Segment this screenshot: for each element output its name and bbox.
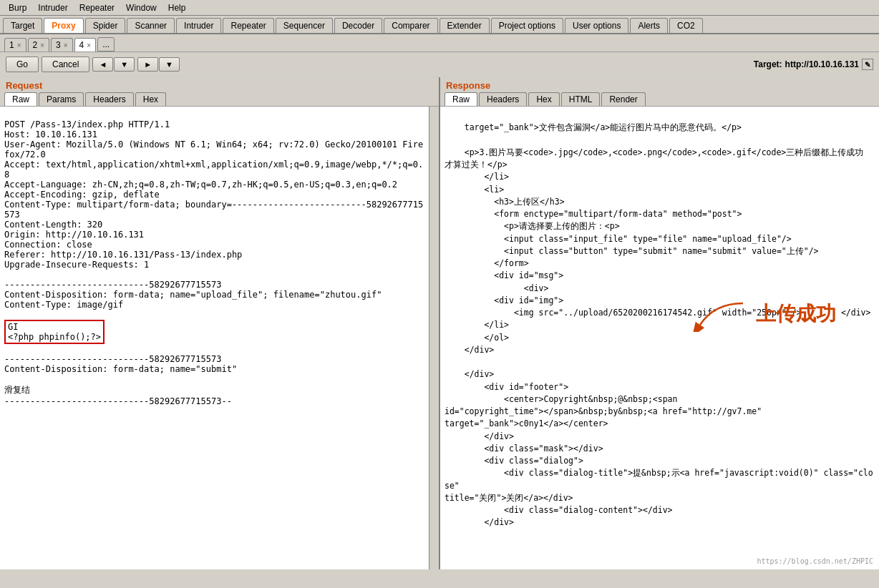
sub-tab-2[interactable]: 2 × bbox=[28, 38, 50, 52]
menu-burp[interactable]: Burp bbox=[3, 1, 32, 14]
back-button[interactable]: ◄ bbox=[92, 57, 113, 72]
response-tab-hex[interactable]: Hex bbox=[528, 92, 559, 106]
sub-tab-1[interactable]: 1 × bbox=[4, 38, 26, 52]
forward-button[interactable]: ► bbox=[137, 57, 158, 72]
tab-extender[interactable]: Extender bbox=[440, 18, 490, 33]
sub-tab-more[interactable]: ... bbox=[97, 37, 115, 52]
request-tab-hex[interactable]: Hex bbox=[135, 92, 166, 106]
tab-target[interactable]: Target bbox=[3, 18, 42, 33]
menu-intruder[interactable]: Intruder bbox=[32, 1, 73, 14]
close-tab-2-icon[interactable]: × bbox=[40, 41, 44, 49]
request-tabs: Raw Params Headers Hex bbox=[0, 92, 439, 107]
response-tab-raw[interactable]: Raw bbox=[445, 92, 477, 106]
target-edit-icon[interactable]: ✎ bbox=[862, 59, 873, 70]
sub-tab-3[interactable]: 3 × bbox=[51, 38, 73, 52]
tab-alerts[interactable]: Alerts bbox=[630, 18, 668, 33]
tab-intruder[interactable]: Intruder bbox=[176, 18, 221, 33]
close-tab-1-icon[interactable]: × bbox=[17, 41, 21, 49]
content-area: Request Raw Params Headers Hex POST /Pas… bbox=[0, 77, 879, 569]
target-value: http://10.10.16.131 bbox=[785, 59, 859, 69]
request-tab-headers[interactable]: Headers bbox=[85, 92, 133, 106]
response-tab-html[interactable]: HTML bbox=[561, 92, 601, 106]
close-tab-4-icon[interactable]: × bbox=[87, 41, 91, 49]
request-title: Request bbox=[0, 77, 439, 92]
tab-co2[interactable]: CO2 bbox=[669, 18, 703, 33]
request-text-after: ----------------------------582926777155… bbox=[4, 354, 237, 406]
request-text-before: POST /Pass-13/index.php HTTP/1.1 Host: 1… bbox=[4, 119, 423, 310]
arrow-icon bbox=[693, 296, 750, 332]
tab-sequencer[interactable]: Sequencer bbox=[276, 18, 333, 33]
sub-tab-bar: 1 × 2 × 3 × 4 × ... bbox=[0, 34, 879, 52]
go-button[interactable]: Go bbox=[6, 57, 39, 72]
highlighted-content: GI <?php phpinfo();?> bbox=[4, 320, 105, 344]
main-tab-bar: Target Proxy Spider Scanner Intruder Rep… bbox=[0, 16, 879, 34]
tab-comparer[interactable]: Comparer bbox=[384, 18, 437, 33]
tab-decoder[interactable]: Decoder bbox=[334, 18, 382, 33]
cancel-button[interactable]: Cancel bbox=[42, 57, 89, 72]
request-tab-raw[interactable]: Raw bbox=[4, 92, 37, 106]
success-annotation: 上传成功 bbox=[693, 271, 836, 356]
target-label: Target: bbox=[754, 59, 782, 69]
forward-down-button[interactable]: ▼ bbox=[159, 57, 180, 72]
success-text: 上传成功 bbox=[756, 299, 836, 329]
response-content[interactable]: target="_bank">文件包含漏洞</a>能运行图片马中的恶意代码。</… bbox=[440, 107, 879, 569]
menu-repeater[interactable]: Repeater bbox=[74, 1, 120, 14]
response-tabs: Raw Headers Hex HTML Render bbox=[440, 92, 879, 107]
response-panel: Response Raw Headers Hex HTML Render tar… bbox=[440, 77, 879, 569]
toolbar-left: Go Cancel ◄ ▼ ► ▼ bbox=[6, 57, 180, 72]
watermark: https://blog.csdn.net/ZHPIC bbox=[757, 556, 873, 567]
menu-help[interactable]: Help bbox=[162, 1, 192, 14]
tab-repeater[interactable]: Repeater bbox=[223, 18, 273, 33]
sub-tab-4[interactable]: 4 × bbox=[74, 38, 97, 52]
tab-scanner[interactable]: Scanner bbox=[127, 18, 175, 33]
tab-project-options[interactable]: Project options bbox=[491, 18, 563, 33]
menubar: Burp Intruder Repeater Window Help bbox=[0, 0, 879, 16]
menu-window[interactable]: Window bbox=[120, 1, 162, 14]
response-title: Response bbox=[440, 77, 879, 92]
toolbar: Go Cancel ◄ ▼ ► ▼ Target: http://10.10.1… bbox=[0, 52, 879, 77]
tab-spider[interactable]: Spider bbox=[85, 18, 126, 33]
tab-user-options[interactable]: User options bbox=[565, 18, 628, 33]
scrollbar[interactable] bbox=[429, 107, 439, 569]
request-content[interactable]: POST /Pass-13/index.php HTTP/1.1 Host: 1… bbox=[0, 107, 439, 569]
target-info: Target: http://10.10.16.131 ✎ bbox=[754, 59, 873, 70]
close-tab-3-icon[interactable]: × bbox=[64, 41, 68, 49]
request-tab-params[interactable]: Params bbox=[39, 92, 84, 106]
tab-proxy[interactable]: Proxy bbox=[44, 18, 83, 33]
response-tab-headers[interactable]: Headers bbox=[479, 92, 527, 106]
request-panel: Request Raw Params Headers Hex POST /Pas… bbox=[0, 77, 440, 569]
response-tab-render[interactable]: Render bbox=[601, 92, 645, 106]
back-down-button[interactable]: ▼ bbox=[114, 57, 135, 72]
